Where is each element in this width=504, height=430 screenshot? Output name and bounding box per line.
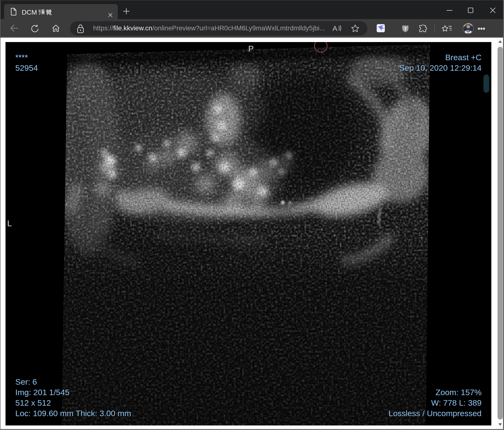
svg-text:T: T [404,26,407,32]
svg-text:A: A [333,24,337,32]
